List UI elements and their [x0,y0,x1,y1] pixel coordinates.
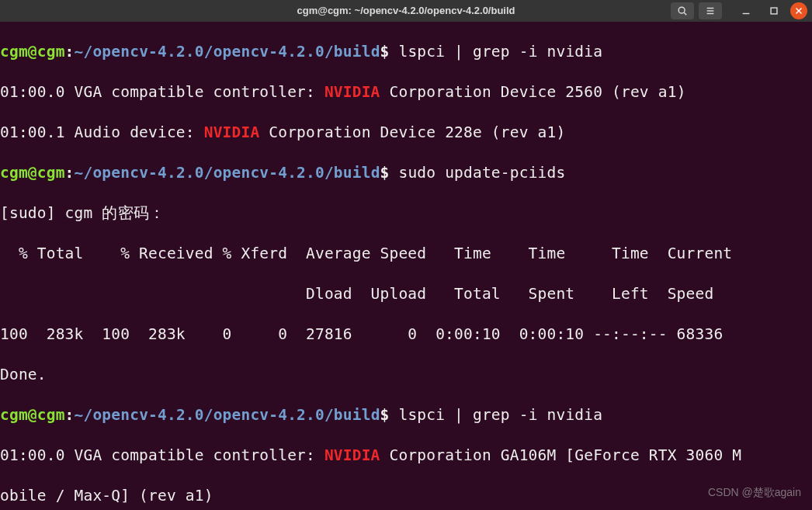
window-title: cgm@cgm: ~/opencv-4.2.0/opencv-4.2.0/bui… [297,1,515,21]
output-line: % Total % Received % Xferd Average Speed… [0,244,812,264]
prompt-path: ~/opencv-4.2.0/opencv-4.2.0/build [75,43,380,61]
svg-point-0 [678,7,685,13]
output-line: 01:00.1 Audio device: NVIDIA Corporation… [0,123,812,143]
search-icon [677,5,688,16]
match-highlight: NVIDIA [324,446,380,464]
watermark: CSDN @楚歌again [708,482,801,502]
svg-rect-6 [771,8,777,14]
output-line: Dload Upload Total Spent Left Speed [0,284,812,304]
match-highlight: NVIDIA [324,83,380,101]
titlebar-controls [671,2,807,19]
menu-button[interactable] [699,2,722,19]
prompt-line: cgm@cgm:~/opencv-4.2.0/opencv-4.2.0/buil… [0,163,812,183]
maximize-icon [769,5,779,16]
close-button[interactable] [790,2,807,19]
prompt-userhost: cgm@cgm [0,43,65,61]
output-line: 100 283k 100 283k 0 0 27816 0 0:00:10 0:… [0,324,812,345]
minimize-button[interactable] [734,2,758,19]
svg-line-1 [684,12,686,15]
prompt-colon: : [65,43,75,61]
prompt-sigil: $ [380,43,390,61]
window-titlebar: cgm@cgm: ~/opencv-4.2.0/opencv-4.2.0/bui… [0,0,812,22]
match-highlight: NVIDIA [204,123,260,141]
prompt-line: cgm@cgm:~/opencv-4.2.0/opencv-4.2.0/buil… [0,42,812,62]
output-line: 01:00.0 VGA compatible controller: NVIDI… [0,82,812,102]
maximize-button[interactable] [762,2,786,19]
prompt-line: cgm@cgm:~/opencv-4.2.0/opencv-4.2.0/buil… [0,405,812,425]
output-line: obile / Max-Q] (rev a1) [0,486,812,506]
command-text: lspci | grep -i nvidia [390,43,603,61]
terminal-output[interactable]: cgm@cgm:~/opencv-4.2.0/opencv-4.2.0/buil… [0,22,812,510]
hamburger-icon [705,5,716,16]
command-text: sudo update-pciids [390,164,566,182]
output-line: Done. [0,365,812,385]
command-text: lspci | grep -i nvidia [390,406,603,424]
output-line: 01:00.0 VGA compatible controller: NVIDI… [0,446,812,466]
minimize-icon [741,5,751,16]
close-icon [793,5,804,16]
output-line: [sudo] cgm 的密码： [0,203,812,224]
search-button[interactable] [671,2,694,19]
